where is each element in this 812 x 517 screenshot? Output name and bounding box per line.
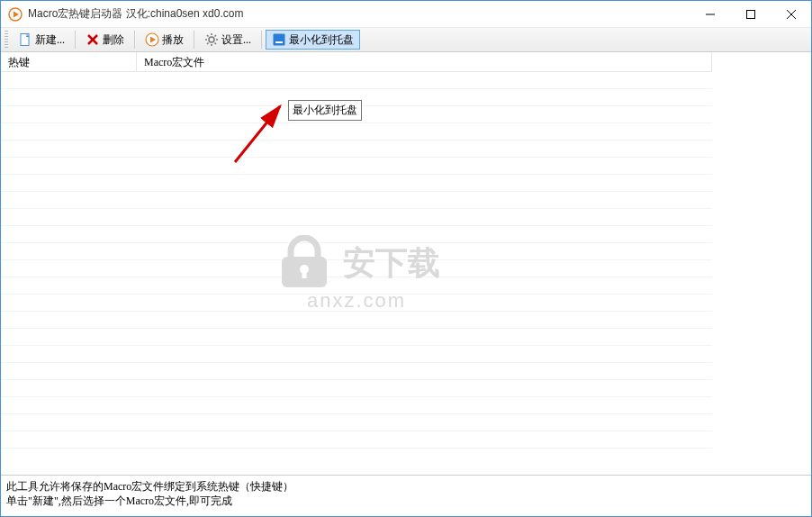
play-label: 播放 bbox=[162, 32, 184, 48]
hotkey-listview[interactable]: 热键 Macro宏文件 bbox=[1, 52, 712, 475]
svg-rect-21 bbox=[275, 41, 283, 43]
settings-label: 设置... bbox=[221, 32, 251, 48]
svg-line-16 bbox=[207, 35, 209, 37]
titlebar: Macro宏热键启动器 汉化:china0sen xd0.com bbox=[1, 1, 811, 28]
list-item[interactable] bbox=[1, 312, 712, 329]
svg-line-19 bbox=[215, 35, 217, 37]
play-button[interactable]: 播放 bbox=[139, 30, 190, 50]
content-area: 热键 Macro宏文件 bbox=[1, 52, 811, 516]
settings-button[interactable]: 设置... bbox=[198, 30, 257, 50]
toolbar-separator bbox=[75, 31, 76, 49]
window-controls bbox=[690, 1, 811, 27]
toolbar-separator bbox=[134, 31, 135, 49]
gear-icon bbox=[204, 32, 219, 47]
svg-rect-20 bbox=[274, 34, 285, 46]
app-window: Macro宏热键启动器 汉化:china0sen xd0.com 新建... 删… bbox=[0, 0, 812, 517]
column-hotkey[interactable]: 热键 bbox=[1, 52, 137, 71]
list-item[interactable] bbox=[1, 158, 712, 175]
list-item[interactable] bbox=[1, 380, 712, 397]
list-item[interactable] bbox=[1, 123, 712, 141]
list-item[interactable] bbox=[1, 260, 712, 277]
tooltip: 最小化到托盘 bbox=[288, 100, 362, 121]
help-panel: 此工具允许将保存的Macro宏文件绑定到系统热键（快捷键） 单击"新建",然后选… bbox=[1, 475, 811, 516]
list-item[interactable] bbox=[1, 346, 712, 363]
delete-icon bbox=[86, 32, 100, 47]
list-item[interactable] bbox=[1, 397, 712, 414]
play-icon bbox=[145, 32, 159, 47]
help-line-2: 单击"新建",然后选择一个Macro宏文件,即可完成 bbox=[6, 494, 806, 508]
list-item[interactable] bbox=[1, 414, 712, 431]
close-window-button[interactable] bbox=[771, 1, 811, 27]
listview-header: 热键 Macro宏文件 bbox=[1, 52, 712, 72]
list-item[interactable] bbox=[1, 226, 712, 243]
new-label: 新建... bbox=[35, 32, 65, 48]
new-button[interactable]: 新建... bbox=[12, 30, 71, 50]
delete-button[interactable]: 删除 bbox=[79, 30, 131, 50]
help-line-1: 此工具允许将保存的Macro宏文件绑定到系统热键（快捷键） bbox=[6, 479, 806, 494]
listview-body[interactable]: 最小化到托盘 安下载 bbox=[1, 72, 712, 475]
list-item[interactable] bbox=[1, 72, 712, 89]
toolbar: 新建... 删除 播放 设置... 最小化到托盘 bbox=[1, 28, 811, 52]
minimize-tray-label: 最小化到托盘 bbox=[289, 32, 354, 48]
list-item[interactable] bbox=[1, 141, 712, 158]
svg-rect-3 bbox=[746, 10, 754, 18]
list-item[interactable] bbox=[1, 329, 712, 346]
new-file-icon bbox=[18, 32, 32, 47]
svg-line-18 bbox=[207, 43, 209, 45]
list-item[interactable] bbox=[1, 277, 712, 295]
window-title: Macro宏热键启动器 汉化:china0sen xd0.com bbox=[28, 6, 690, 22]
list-item[interactable] bbox=[1, 209, 712, 226]
list-item[interactable] bbox=[1, 295, 712, 312]
list-item[interactable] bbox=[1, 243, 712, 260]
app-icon bbox=[8, 7, 23, 22]
list-item[interactable] bbox=[1, 363, 712, 380]
maximize-window-button[interactable] bbox=[730, 1, 771, 27]
toolbar-grip bbox=[5, 31, 8, 49]
minimize-window-button[interactable] bbox=[690, 1, 730, 27]
minimize-to-tray-button[interactable]: 最小化到托盘 bbox=[266, 30, 360, 50]
list-item[interactable] bbox=[1, 175, 712, 192]
list-item[interactable] bbox=[1, 431, 712, 449]
delete-label: 删除 bbox=[103, 32, 124, 48]
svg-line-17 bbox=[215, 43, 217, 45]
svg-point-11 bbox=[209, 37, 214, 42]
column-macrofile[interactable]: Macro宏文件 bbox=[137, 52, 712, 71]
toolbar-separator bbox=[194, 31, 194, 49]
list-item[interactable] bbox=[1, 192, 712, 209]
tray-icon bbox=[272, 32, 286, 47]
toolbar-separator bbox=[261, 31, 262, 49]
